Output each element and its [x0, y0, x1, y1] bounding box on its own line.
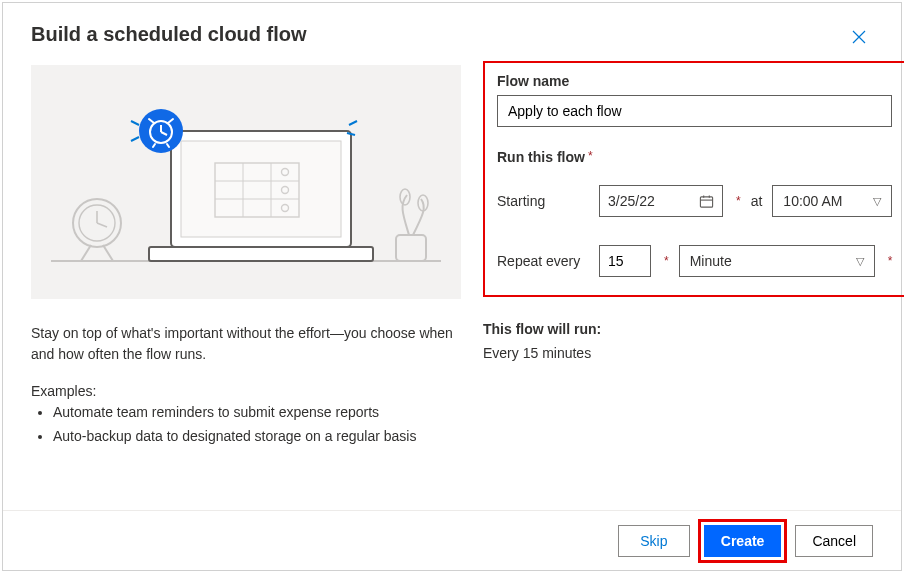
repeat-unit-select[interactable]: Minute ▽: [679, 245, 875, 277]
svg-rect-33: [700, 196, 712, 206]
dialog-header: Build a scheduled cloud flow: [3, 3, 901, 65]
examples-label: Examples:: [31, 383, 461, 399]
required-asterisk: *: [664, 254, 669, 268]
starting-label: Starting: [497, 193, 589, 209]
illustration-svg: [31, 65, 461, 299]
svg-rect-7: [396, 235, 426, 261]
repeat-unit-value: Minute: [690, 253, 732, 269]
chevron-down-icon: ▽: [873, 195, 881, 208]
close-icon: [851, 29, 867, 45]
svg-rect-11: [181, 141, 341, 237]
dialog-title: Build a scheduled cloud flow: [31, 23, 307, 46]
svg-line-23: [131, 121, 139, 125]
example-item: Automate team reminders to submit expens…: [53, 401, 461, 425]
left-column: Stay on top of what's important without …: [31, 65, 461, 449]
flow-name-label: Flow name: [497, 73, 569, 89]
calendar-icon: [699, 194, 714, 209]
repeat-label: Repeat every: [497, 253, 589, 269]
example-item: Auto-backup data to designated storage o…: [53, 425, 461, 449]
at-label: at: [751, 193, 763, 209]
summary-text: Every 15 minutes: [483, 345, 904, 361]
svg-line-1: [81, 245, 91, 261]
chevron-down-icon: ▽: [856, 255, 864, 268]
svg-line-21: [349, 121, 357, 125]
svg-rect-12: [149, 247, 373, 261]
create-button-highlight: Create: [698, 519, 788, 563]
right-column: Flow name Run this flow* Starting 3/25/2…: [483, 65, 904, 449]
required-asterisk: *: [588, 149, 593, 163]
dialog-footer: Skip Create Cancel: [3, 510, 901, 570]
summary-label: This flow will run:: [483, 321, 904, 337]
cancel-button[interactable]: Cancel: [795, 525, 873, 557]
required-asterisk: *: [888, 254, 893, 268]
run-this-flow-label: Run this flow: [497, 149, 585, 165]
close-button[interactable]: [845, 23, 873, 51]
start-time-value: 10:00 AM: [783, 193, 842, 209]
dialog-scheduled-flow: Build a scheduled cloud flow: [2, 2, 902, 571]
flow-name-input[interactable]: [497, 95, 892, 127]
svg-line-2: [103, 245, 113, 261]
start-date-picker[interactable]: 3/25/22: [599, 185, 723, 217]
start-date-value: 3/25/22: [608, 193, 655, 209]
form-highlight-region: Flow name Run this flow* Starting 3/25/2…: [483, 61, 904, 297]
svg-line-24: [131, 137, 139, 141]
description-text: Stay on top of what's important without …: [31, 323, 461, 365]
examples-list: Automate team reminders to submit expens…: [31, 401, 461, 449]
skip-button[interactable]: Skip: [618, 525, 690, 557]
svg-line-6: [97, 223, 107, 227]
start-time-select[interactable]: 10:00 AM ▽: [772, 185, 892, 217]
scheduled-flow-illustration: [31, 65, 461, 299]
repeat-interval-input[interactable]: [599, 245, 651, 277]
required-asterisk: *: [736, 194, 741, 208]
create-button[interactable]: Create: [704, 525, 782, 557]
